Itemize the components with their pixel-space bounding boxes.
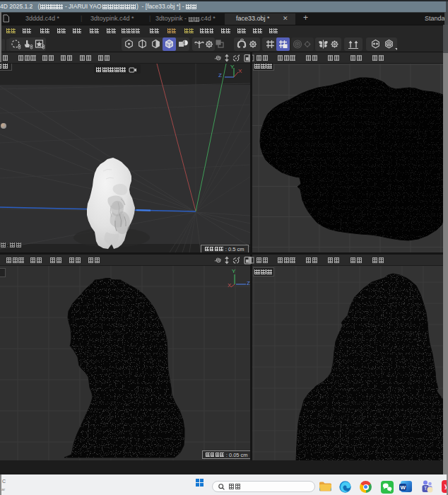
- svg-text:T: T: [424, 486, 428, 491]
